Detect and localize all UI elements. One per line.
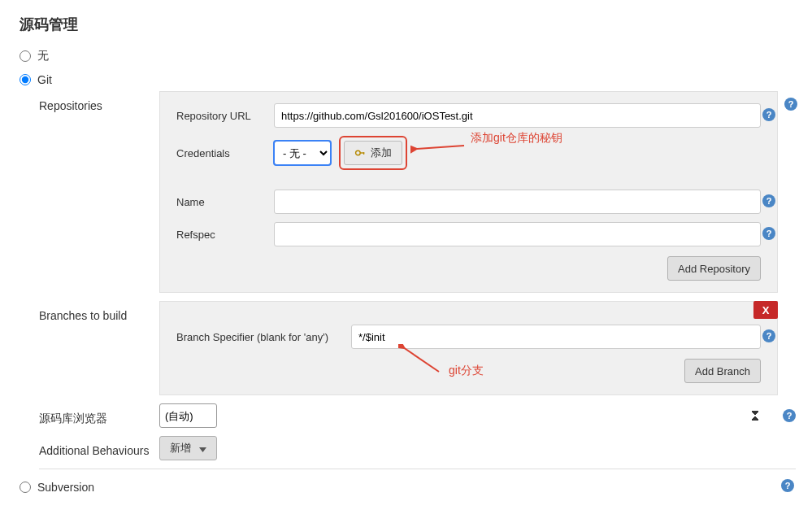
help-icon[interactable]: ? <box>762 194 775 207</box>
name-input[interactable] <box>274 190 761 214</box>
annotation-text: 添加git仓库的秘钥 <box>471 131 562 146</box>
annotation-arrow <box>410 137 467 157</box>
repo-url-input[interactable] <box>274 103 761 128</box>
help-icon[interactable]: ? <box>762 227 775 240</box>
svg-line-3 <box>417 146 464 149</box>
section-title: 源码管理 <box>0 0 812 44</box>
additional-label: Additional Behaviours <box>39 436 159 457</box>
repositories-panel: Repository URL ? Credentials - 无 - <box>159 91 778 293</box>
add-credentials-label: 添加 <box>371 146 392 160</box>
scm-label-svn: Subversion <box>37 481 94 494</box>
scm-radio-git[interactable] <box>20 74 31 85</box>
repositories-label: Repositories <box>39 91 159 112</box>
credentials-select[interactable]: - 无 - <box>274 141 331 165</box>
branches-panel: X Branch Specifier (blank for 'any') git… <box>159 301 778 395</box>
help-icon[interactable]: ? <box>781 479 794 492</box>
branches-label: Branches to build <box>39 301 159 322</box>
refspec-input[interactable] <box>274 222 761 246</box>
browser-label: 源码库浏览器 <box>39 403 159 426</box>
scm-label-git: Git <box>37 73 52 86</box>
branch-specifier-input[interactable] <box>351 325 761 349</box>
divider <box>39 469 796 469</box>
browser-select[interactable]: (自动) <box>159 403 217 428</box>
branch-specifier-label: Branch Specifier (blank for 'any') <box>176 331 351 343</box>
name-label: Name <box>176 196 274 208</box>
repo-url-label: Repository URL <box>176 110 274 122</box>
add-credentials-button[interactable]: 添加 <box>344 141 402 165</box>
refspec-label: Refspec <box>176 229 274 241</box>
chevron-down-icon <box>199 442 206 455</box>
svg-rect-2 <box>363 152 364 155</box>
add-branch-button[interactable]: Add Branch <box>684 359 761 383</box>
scm-option-none[interactable]: 无 <box>0 44 812 68</box>
scm-radio-svn[interactable] <box>20 482 31 493</box>
delete-branch-button[interactable]: X <box>753 301 778 319</box>
help-icon[interactable]: ? <box>762 108 775 121</box>
add-behaviour-button[interactable]: 新增 <box>159 436 217 460</box>
help-icon[interactable]: ? <box>762 329 775 342</box>
help-icon[interactable]: ? <box>783 409 796 422</box>
scm-radio-none[interactable] <box>20 50 31 62</box>
key-icon <box>354 147 366 159</box>
scm-label-none: 无 <box>37 49 49 63</box>
help-icon[interactable]: ? <box>784 98 797 111</box>
scm-option-git[interactable]: Git <box>0 68 812 91</box>
add-behaviour-label: 新增 <box>170 441 191 456</box>
scm-option-svn[interactable]: Subversion ? <box>0 476 812 499</box>
credentials-label: Credentials <box>176 147 274 159</box>
annotation-box: 添加 <box>339 136 407 170</box>
svg-point-0 <box>356 150 361 155</box>
add-repository-button[interactable]: Add Repository <box>667 256 761 281</box>
